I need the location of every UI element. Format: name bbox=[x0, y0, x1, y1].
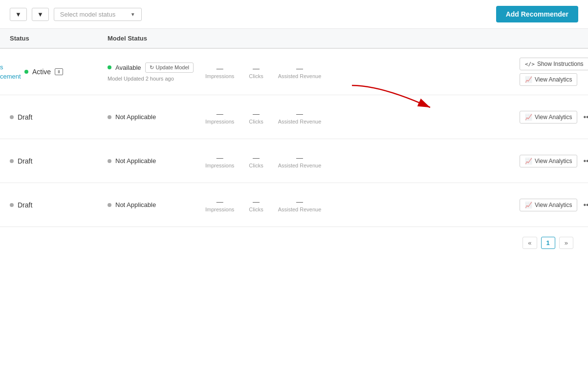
impressions-value: — bbox=[217, 110, 223, 118]
show-instructions-icon: </> bbox=[525, 61, 535, 67]
view-analytics-button[interactable]: 📈 View Analytics bbox=[520, 199, 577, 211]
left-text-1: s bbox=[0, 62, 21, 72]
status-label: Draft bbox=[18, 157, 32, 165]
metric-impressions: — Impressions bbox=[205, 64, 234, 79]
update-model-button[interactable]: ↻ Update Model bbox=[145, 62, 194, 73]
more-options-button[interactable]: ••• bbox=[581, 156, 588, 166]
actions-row-2: 📈 View Analytics bbox=[520, 73, 577, 86]
prev-page-button[interactable]: « bbox=[523, 237, 537, 249]
actions-row-1: </> Show Instructions ••• bbox=[520, 58, 588, 70]
revenue-label: Assisted Revenue bbox=[278, 206, 322, 212]
filter-dropdown-2[interactable]: ▼ bbox=[32, 8, 49, 21]
status-dot-draft bbox=[10, 159, 14, 163]
actions-cell: 📈 View Analytics ••• bbox=[520, 155, 578, 167]
pause-icon[interactable]: ⏸ bbox=[55, 68, 63, 75]
impressions-value: — bbox=[217, 154, 223, 162]
actions-row: 📈 View Analytics ••• bbox=[520, 155, 588, 167]
model-status-row: Not Applicable bbox=[108, 113, 205, 121]
model-status-text: Not Applicable bbox=[115, 113, 156, 121]
model-status-cell: Not Applicable bbox=[108, 113, 205, 121]
actions-cell: </> Show Instructions ••• 📈 View Analyti… bbox=[520, 58, 578, 86]
metric-clicks: — Clicks bbox=[249, 154, 263, 168]
clicks-label: Clicks bbox=[249, 73, 263, 79]
model-status-text: Not Applicable bbox=[115, 201, 156, 208]
view-analytics-icon: 📈 bbox=[525, 158, 532, 165]
model-status-text: Not Applicable bbox=[115, 157, 156, 165]
view-analytics-icon: 📈 bbox=[525, 114, 532, 121]
page-1-button[interactable]: 1 bbox=[541, 237, 555, 249]
model-updated-text: Model Updated 2 hours ago bbox=[108, 76, 205, 82]
model-status-dot bbox=[108, 65, 111, 69]
model-status-row: Not Applicable bbox=[108, 157, 205, 165]
header-model-status: Model Status bbox=[108, 35, 205, 42]
clicks-value: — bbox=[253, 110, 260, 118]
metrics-cell: — Impressions — Clicks — Assisted Revenu… bbox=[205, 154, 520, 168]
actions-row: 📈 View Analytics ••• bbox=[520, 199, 588, 211]
more-options-button[interactable]: ••• bbox=[581, 112, 588, 123]
metric-revenue: — Assisted Revenue bbox=[278, 198, 322, 212]
next-page-button[interactable]: » bbox=[559, 237, 573, 249]
model-status-dropdown[interactable]: Select model status ▼ bbox=[54, 8, 142, 21]
revenue-value: — bbox=[296, 198, 303, 206]
metrics-cell: — Impressions — Clicks — Assisted Revenu… bbox=[205, 64, 520, 79]
view-analytics-button[interactable]: 📈 View Analytics bbox=[520, 111, 577, 124]
show-instructions-button[interactable]: </> Show Instructions bbox=[520, 58, 588, 70]
model-status-placeholder: Select model status bbox=[60, 11, 115, 18]
metric-impressions: — Impressions bbox=[205, 198, 234, 212]
clicks-label: Clicks bbox=[249, 163, 263, 168]
model-status-cell: Available ↻ Update Model Model Updated 2… bbox=[108, 62, 205, 82]
model-status-cell: Not Applicable bbox=[108, 201, 205, 208]
model-status-dot bbox=[108, 203, 111, 207]
impressions-label: Impressions bbox=[205, 206, 234, 212]
model-status-dot bbox=[108, 115, 111, 119]
model-status-dot bbox=[108, 159, 111, 163]
view-analytics-icon: 📈 bbox=[525, 202, 532, 208]
update-model-icon: ↻ bbox=[150, 64, 154, 71]
impressions-label: Impressions bbox=[205, 163, 234, 168]
revenue-value: — bbox=[296, 64, 303, 72]
impressions-label: Impressions bbox=[205, 119, 234, 124]
actions-cell: 📈 View Analytics ••• bbox=[520, 199, 578, 211]
table-body: s cement Active ⏸ Available ↻ Update Mod… bbox=[0, 49, 588, 227]
view-analytics-button[interactable]: 📈 View Analytics bbox=[520, 73, 577, 86]
filter-dropdown-1[interactable]: ▼ bbox=[10, 8, 27, 21]
metric-clicks: — Clicks bbox=[249, 110, 263, 124]
left-text-2: cement bbox=[0, 72, 21, 81]
add-recommender-button[interactable]: Add Recommender bbox=[496, 6, 578, 22]
status-cell: Active ⏸ bbox=[10, 68, 108, 76]
clicks-value: — bbox=[253, 154, 260, 162]
metric-clicks: — Clicks bbox=[249, 64, 263, 79]
view-analytics-label: View Analytics bbox=[535, 76, 572, 83]
status-cell: Draft bbox=[10, 113, 108, 121]
view-analytics-button[interactable]: 📈 View Analytics bbox=[520, 155, 577, 167]
status-cell: Draft bbox=[10, 157, 108, 165]
model-status-cell: Not Applicable bbox=[108, 157, 205, 165]
show-instructions-label: Show Instructions bbox=[537, 61, 584, 67]
view-analytics-label: View Analytics bbox=[535, 158, 572, 165]
status-dot-active bbox=[24, 70, 28, 74]
actions-cell: 📈 View Analytics ••• bbox=[520, 111, 578, 124]
metrics-cell: — Impressions — Clicks — Assisted Revenu… bbox=[205, 198, 520, 212]
table-row: Draft Not Applicable — Impressions — Cli… bbox=[0, 139, 588, 183]
update-model-label: Update Model bbox=[156, 64, 190, 70]
clicks-label: Clicks bbox=[249, 206, 263, 212]
toolbar: ▼ ▼ Select model status ▼ Add Recommende… bbox=[0, 0, 588, 29]
table-row: Draft Not Applicable — Impressions — Cli… bbox=[0, 95, 588, 139]
more-options-button[interactable]: ••• bbox=[581, 200, 588, 210]
status-dot-draft bbox=[10, 115, 14, 119]
filter-dropdown-2-arrow: ▼ bbox=[37, 11, 44, 18]
more-icon: ••• bbox=[583, 201, 588, 209]
status-label: Draft bbox=[18, 201, 32, 209]
pagination: « 1 » bbox=[0, 227, 588, 259]
header-metrics bbox=[205, 35, 520, 42]
revenue-value: — bbox=[296, 110, 303, 118]
impressions-value: — bbox=[217, 198, 223, 206]
more-icon: ••• bbox=[583, 113, 588, 121]
impressions-label: Impressions bbox=[205, 73, 234, 79]
model-status-text: Available bbox=[115, 64, 141, 71]
model-status-row: Not Applicable bbox=[108, 201, 205, 208]
status-label: Draft bbox=[18, 113, 32, 121]
clicks-value: — bbox=[253, 198, 260, 206]
status-dot-draft bbox=[10, 203, 14, 207]
metric-revenue: — Assisted Revenue bbox=[278, 110, 322, 124]
